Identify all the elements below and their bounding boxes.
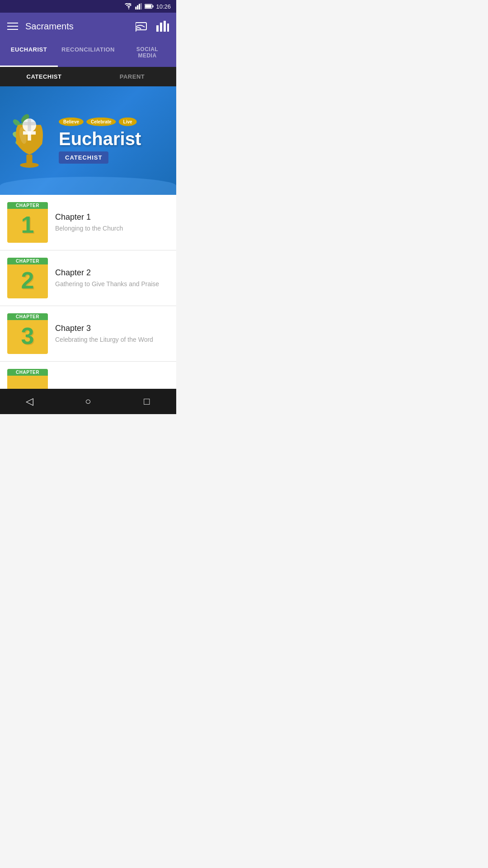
tab-social-media[interactable]: SOCIAL MEDIA xyxy=(118,40,176,67)
status-bar: 10:26 xyxy=(0,0,176,13)
chapter-1-label: CHAPTER xyxy=(7,202,48,209)
chapter-3-thumbnail: CHAPTER 3 xyxy=(7,313,48,354)
banner: Believe Celebrate Live Eucharist CATECHI… xyxy=(0,86,176,195)
chapter-3-title: Chapter 3 xyxy=(55,324,169,333)
chapter-1-item[interactable]: CHAPTER 1 Chapter 1 Belonging to the Chu… xyxy=(0,195,176,250)
chapter-2-thumbnail: CHAPTER 2 xyxy=(7,258,48,298)
chart-icon[interactable] xyxy=(156,21,169,32)
signal-icon xyxy=(135,3,142,9)
chapter-1-info: Chapter 1 Belonging to the Church xyxy=(55,212,169,232)
svg-rect-10 xyxy=(160,23,162,32)
chapter-1-subtitle: Belonging to the Church xyxy=(55,225,169,232)
chapter-3-info: Chapter 3 Celebrating the Liturgy of the… xyxy=(55,324,169,343)
chapter-2-title: Chapter 2 xyxy=(55,268,169,278)
sub-tab-parent[interactable]: PARENT xyxy=(88,67,176,86)
svg-rect-5 xyxy=(145,5,152,8)
svg-rect-3 xyxy=(141,3,142,9)
chalice-icon xyxy=(9,106,59,175)
tab-reconciliation[interactable]: RECONCILIATION xyxy=(58,40,118,67)
svg-rect-11 xyxy=(164,21,166,32)
catechist-badge: CATECHIST xyxy=(59,151,108,164)
believe-badge: Believe xyxy=(59,118,84,126)
app-title: Sacraments xyxy=(25,21,74,32)
svg-rect-2 xyxy=(139,4,140,9)
chapter-2-subtitle: Gathering to Give Thanks and Praise xyxy=(55,280,169,288)
chapter-1-title: Chapter 1 xyxy=(55,212,169,222)
sub-tabs: CATECHIST PARENT xyxy=(0,67,176,86)
svg-rect-1 xyxy=(137,5,139,9)
svg-rect-9 xyxy=(156,25,159,32)
sub-tab-catechist[interactable]: CATECHIST xyxy=(0,67,88,86)
bottom-nav: ◁ ○ □ xyxy=(0,389,176,414)
battery-icon xyxy=(145,4,154,9)
chapter-4-thumbnail: CHAPTER xyxy=(7,369,48,389)
chapter-3-subtitle: Celebrating the Liturgy of the Word xyxy=(55,336,169,343)
home-button[interactable]: ○ xyxy=(79,392,97,410)
svg-rect-6 xyxy=(153,5,154,8)
chapter-2-label: CHAPTER xyxy=(7,258,48,264)
tab-eucharist[interactable]: EUCHARIST xyxy=(0,40,58,67)
chapter-3-label: CHAPTER xyxy=(7,313,48,320)
banner-text-area: Believe Celebrate Live Eucharist CATECHI… xyxy=(59,118,167,164)
chapter-3-item[interactable]: CHAPTER 3 Chapter 3 Celebrating the Litu… xyxy=(0,306,176,362)
app-bar-left: Sacraments xyxy=(7,21,74,32)
hamburger-menu-button[interactable] xyxy=(7,23,18,30)
status-icons: 10:26 xyxy=(125,3,171,10)
chapter-4-item-partial[interactable]: CHAPTER xyxy=(0,362,176,389)
banner-leaf-badges: Believe Celebrate Live xyxy=(59,118,167,126)
app-bar-right xyxy=(136,21,169,32)
back-button[interactable]: ◁ xyxy=(20,392,38,410)
chapter-1-number: 1 xyxy=(21,213,34,236)
svg-rect-25 xyxy=(23,122,36,125)
recent-button[interactable]: □ xyxy=(138,392,156,410)
wifi-icon xyxy=(125,3,133,9)
chapter-3-number: 3 xyxy=(21,324,34,348)
svg-rect-0 xyxy=(136,7,137,9)
svg-rect-12 xyxy=(167,24,169,32)
chapter-list: CHAPTER 1 Chapter 1 Belonging to the Chu… xyxy=(0,195,176,389)
banner-wave xyxy=(0,177,176,195)
main-tabs: EUCHARIST RECONCILIATION SOCIAL MEDIA xyxy=(0,40,176,67)
live-badge: Live xyxy=(119,118,137,126)
chapter-2-info: Chapter 2 Gathering to Give Thanks and P… xyxy=(55,268,169,288)
svg-point-19 xyxy=(20,162,38,167)
app-bar: Sacraments xyxy=(0,13,176,40)
chapter-1-thumbnail: CHAPTER 1 xyxy=(7,202,48,243)
status-time: 10:26 xyxy=(156,3,171,10)
chapter-2-item[interactable]: CHAPTER 2 Chapter 2 Gathering to Give Th… xyxy=(0,250,176,306)
cast-icon[interactable] xyxy=(136,21,148,32)
banner-title: Eucharist xyxy=(59,130,167,148)
chapter-2-number: 2 xyxy=(21,269,34,292)
celebrate-badge: Celebrate xyxy=(86,118,116,126)
chapter-4-label: CHAPTER xyxy=(7,369,48,376)
